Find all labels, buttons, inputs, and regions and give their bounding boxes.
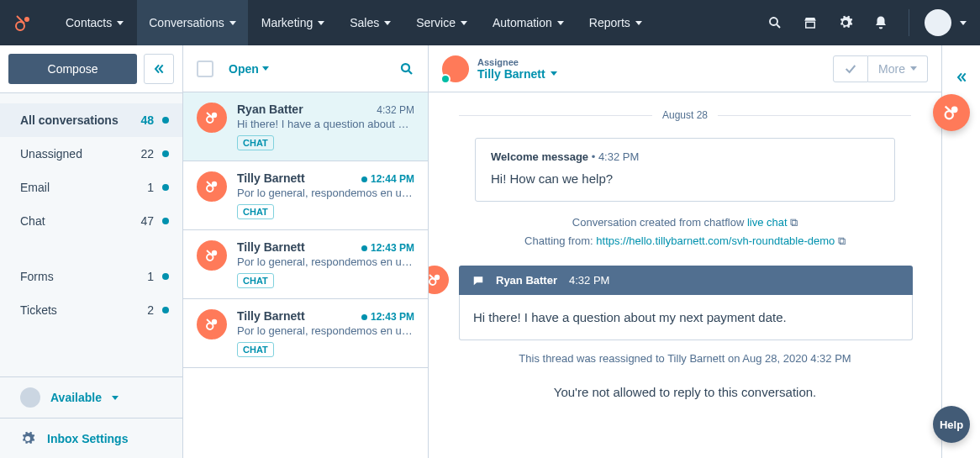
filter-label: Open <box>229 62 259 76</box>
caret-down-icon <box>384 21 391 25</box>
chat-icon <box>472 275 484 287</box>
unread-dot-icon <box>361 245 367 251</box>
sidebar-item-tickets[interactable]: Tickets 2 <box>0 293 182 327</box>
sidebar-item-email[interactable]: Email 1 <box>0 171 182 204</box>
caret-down-icon <box>551 71 557 76</box>
status-filter-dropdown[interactable]: Open <box>229 62 269 76</box>
inbox-settings-link[interactable]: Inbox Settings <box>0 418 182 458</box>
help-fab-button[interactable]: Help <box>933 406 970 443</box>
sidebar-item-unassigned[interactable]: Unassigned 22 <box>0 137 182 171</box>
svg-rect-5 <box>806 22 815 28</box>
hubspot-logo-icon <box>13 13 34 33</box>
external-link-icon: ⧉ <box>790 216 798 229</box>
select-all-checkbox[interactable] <box>197 61 213 77</box>
more-actions-dropdown[interactable]: More <box>868 55 928 82</box>
nav-sales[interactable]: Sales <box>338 0 403 45</box>
conversation-snippet: Por lo general, respondemos en u… <box>237 255 414 268</box>
nav-label: Contacts <box>66 16 112 29</box>
external-link-icon: ⧉ <box>838 234 846 247</box>
nav-label: Service <box>416 16 456 29</box>
svg-line-7 <box>408 71 412 74</box>
conversation-item[interactable]: Tilly Barnett12:43 PM Por lo general, re… <box>183 230 428 299</box>
gear-icon <box>20 431 35 446</box>
conversation-item[interactable]: Ryan Batter4:32 PM Hi there! I have a qu… <box>183 92 428 161</box>
unread-dot-icon <box>162 150 169 157</box>
top-nav: Contacts Conversations Marketing Sales S… <box>0 0 980 45</box>
svg-point-3 <box>770 18 777 25</box>
sidebar-item-chat[interactable]: Chat 47 <box>0 204 182 238</box>
sidebar-item-label: Email <box>20 181 50 194</box>
unread-dot-icon <box>162 184 169 191</box>
sidebar-collapse-button[interactable] <box>144 54 174 84</box>
sidebar-item-all-conversations[interactable]: All conversations 48 <box>0 103 182 137</box>
conversation-item[interactable]: Tilly Barnett12:44 PM Por lo general, re… <box>183 161 428 230</box>
compose-button[interactable]: Compose <box>8 54 137 84</box>
nav-label: Sales <box>350 16 379 29</box>
channel-badge: CHAT <box>237 273 274 288</box>
svg-point-23 <box>952 108 957 112</box>
svg-point-20 <box>435 276 440 280</box>
source-url-link[interactable]: https://hello.tillybarnett.com/svh-round… <box>596 234 835 247</box>
caret-down-icon <box>461 21 467 25</box>
message-sender: Ryan Batter <box>496 274 557 287</box>
sidebar-item-label: All conversations <box>20 113 119 127</box>
svg-point-14 <box>213 251 217 255</box>
help-label: Help <box>940 419 963 431</box>
nav-reports[interactable]: Reports <box>577 0 654 45</box>
conversation-item[interactable]: Tilly Barnett12:43 PM Por lo general, re… <box>183 299 428 368</box>
svg-point-17 <box>213 320 217 324</box>
user-avatar <box>925 9 951 36</box>
unread-dot-icon <box>162 273 169 280</box>
chatflow-link[interactable]: live chat <box>747 216 788 229</box>
hubspot-fab-button[interactable] <box>933 94 970 131</box>
availability-label: Available <box>50 391 102 404</box>
reassignment-note: This thread was reassigned to Tilly Barn… <box>459 352 911 365</box>
conversation-time: 12:43 PM <box>361 311 414 323</box>
welcome-text: Hi! How can we help? <box>476 166 894 201</box>
user-menu[interactable] <box>909 9 967 36</box>
nav-contacts[interactable]: Contacts <box>54 0 135 45</box>
nav-service[interactable]: Service <box>404 0 479 45</box>
sidebar-item-label: Unassigned <box>20 147 82 161</box>
unread-dot-icon <box>361 176 367 182</box>
nav-label: Marketing <box>261 16 313 29</box>
mark-done-button[interactable] <box>833 55 868 82</box>
hubspot-avatar-icon <box>197 309 227 340</box>
conversation-name: Ryan Batter <box>237 103 303 116</box>
search-icon[interactable] <box>399 61 414 76</box>
availability-dropdown[interactable]: Available <box>0 377 182 418</box>
message-text: Hi there! I have a question about my nex… <box>459 295 913 340</box>
unread-dot-icon <box>162 218 169 224</box>
caret-down-icon <box>910 66 917 71</box>
sidebar-item-label: Forms <box>20 270 54 283</box>
conversation-name: Tilly Barnett <box>237 309 305 323</box>
bell-icon[interactable] <box>873 15 888 30</box>
conversation-snippet: Hi there! I have a question about … <box>237 118 414 130</box>
hubspot-avatar-icon <box>429 266 449 294</box>
gear-icon[interactable] <box>838 15 853 30</box>
assignee-dropdown[interactable]: Assignee Tilly Barnett <box>442 55 557 82</box>
svg-point-6 <box>402 64 409 71</box>
marketplace-icon[interactable] <box>803 15 818 30</box>
search-icon[interactable] <box>767 15 782 30</box>
caret-down-icon <box>635 21 642 25</box>
nav-automation[interactable]: Automation <box>481 0 576 45</box>
svg-point-11 <box>213 182 217 187</box>
more-label: More <box>878 62 905 76</box>
caret-down-icon <box>117 21 124 25</box>
conversation-snippet: Por lo general, respondemos en u… <box>237 187 414 199</box>
sidebar-item-count: 2 <box>147 303 154 317</box>
welcome-time: 4:32 PM <box>598 150 639 163</box>
sidebar-item-count: 1 <box>147 270 154 283</box>
inbox-settings-label: Inbox Settings <box>47 432 128 445</box>
unread-dot-icon <box>361 314 367 320</box>
conversation-thread: Assignee Tilly Barnett More August 28 We… <box>429 45 941 458</box>
caret-down-icon <box>557 21 564 25</box>
nav-conversations[interactable]: Conversations <box>137 0 248 45</box>
sidebar-item-count: 48 <box>140 113 154 127</box>
sidebar-item-label: Chat <box>20 214 45 228</box>
unread-dot-icon <box>162 307 169 313</box>
caret-down-icon <box>960 21 967 25</box>
sidebar-item-forms[interactable]: Forms 1 <box>0 260 182 293</box>
nav-marketing[interactable]: Marketing <box>250 0 336 45</box>
